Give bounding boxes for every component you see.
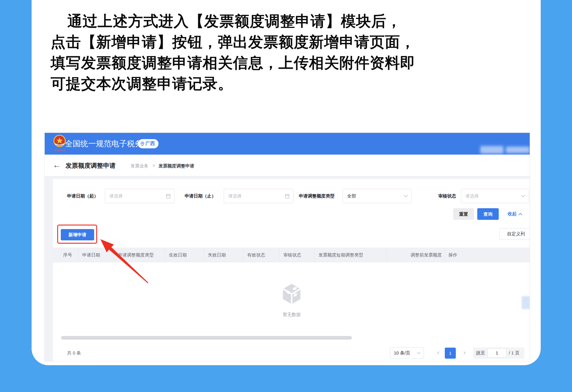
- column-header: 申请日期: [78, 248, 114, 262]
- instruction-paragraph: 通过上述方式进入【发票额度调整申请】模块后， 点击【新增申请】按钮，弹出发票额度…: [51, 11, 438, 94]
- breadcrumb-separator: >: [153, 155, 155, 176]
- column-header: 申请调整额度类型: [114, 248, 165, 262]
- breadcrumb-root[interactable]: 发票业务: [130, 155, 148, 176]
- column-header: 操作: [444, 248, 530, 262]
- date-start-input[interactable]: 请选择: [105, 189, 175, 203]
- main-panel: 申请日期（起） 请选择 申请日期（止） 请选择: [53, 179, 530, 361]
- prev-page-button[interactable]: ‹: [434, 347, 443, 359]
- quota-type-label: 申请调整额度类型: [299, 189, 335, 203]
- breadcrumb-current: 发票额度调整申请: [158, 155, 194, 176]
- reset-button[interactable]: 重置: [453, 208, 474, 220]
- page-title: 发票额度调整申请: [66, 155, 116, 176]
- page-jump-group: 跳至 1 / 1 页: [473, 347, 524, 359]
- column-header: 序号: [53, 248, 78, 262]
- app-header-bar: 中国税务 全国统一规范电子税务局 广西: [45, 133, 530, 155]
- date-end-input[interactable]: 请选择: [224, 189, 293, 203]
- quota-type-select[interactable]: 全部: [343, 189, 412, 203]
- customize-columns-button[interactable]: 自定义列: [499, 228, 530, 239]
- instruction-line: 填写发票额度调整申请相关信息，上传相关附件资料即: [51, 52, 438, 73]
- instruction-line: 点击【新增申请】按钮，弹出发票额度新增申请页面，: [51, 32, 438, 52]
- date-end-label: 申请日期（止）: [185, 189, 216, 203]
- blurred-floating-widget: [522, 296, 530, 309]
- back-button[interactable]: ←: [53, 155, 61, 176]
- national-emblem-icon: [53, 135, 66, 148]
- current-page-button[interactable]: 1: [445, 348, 456, 359]
- audit-status-select[interactable]: 请选择: [461, 189, 529, 203]
- app-title: 全国统一规范电子税务局: [65, 133, 150, 155]
- add-application-button[interactable]: 新增申请: [61, 229, 94, 240]
- date-start-label: 申请日期（起）: [67, 189, 98, 203]
- chevron-down-icon: [521, 195, 525, 197]
- audit-status-label: 审核状态: [438, 189, 456, 203]
- total-pages-label: / 1 页: [509, 350, 520, 356]
- query-button[interactable]: 查询: [477, 208, 499, 220]
- region-label: 广西: [145, 141, 155, 147]
- jump-page-input[interactable]: 1: [487, 348, 506, 358]
- page-size-select[interactable]: 10 条/页: [390, 347, 424, 359]
- date-end-placeholder: 请选择: [228, 193, 285, 199]
- calendar-icon: [285, 194, 290, 199]
- next-page-button[interactable]: ›: [460, 347, 469, 359]
- column-header: 发票额度短期调整类型: [315, 248, 387, 262]
- calendar-icon: [166, 194, 171, 199]
- date-start-placeholder: 请选择: [109, 193, 166, 199]
- column-header: 生效日期: [165, 248, 204, 262]
- jump-label: 跳至: [476, 350, 485, 356]
- instruction-line: 通过上述方式进入【发票额度调整申请】模块后，: [51, 11, 438, 32]
- page-size-value: 10 条/页: [394, 350, 417, 356]
- tutorial-page: 通过上述方式进入【发票额度调整申请】模块后， 点击【新增申请】按钮，弹出发票额度…: [0, 0, 572, 392]
- empty-state-text: 暂无数据: [53, 312, 530, 318]
- chevron-up-icon: [518, 213, 522, 215]
- blurred-user-name: [506, 147, 530, 153]
- empty-box-icon: [280, 283, 303, 305]
- collapse-toggle[interactable]: 收起: [508, 208, 522, 220]
- table-header-row: 序号 申请日期 申请调整额度类型 生效日期 失效日期 有效状态 审核状态 发票额…: [53, 248, 530, 262]
- chevron-down-icon: [404, 195, 408, 197]
- app-screenshot: 中国税务 全国统一规范电子税务局 广西 ← 发票额度调整申请 发票业务 > 发票…: [44, 133, 530, 361]
- column-header: 失效日期: [204, 248, 243, 262]
- page-title-bar: ← 发票额度调整申请 发票业务 > 发票额度调整申请: [45, 155, 530, 176]
- collapse-label: 收起: [508, 211, 517, 217]
- horizontal-scrollbar[interactable]: [61, 336, 352, 340]
- column-header: 调整前发票额度: [387, 248, 444, 262]
- column-header: 审核状态: [279, 248, 315, 262]
- quota-type-value: 全部: [347, 193, 404, 199]
- column-header: 有效状态: [243, 248, 279, 262]
- instruction-line: 可提交本次调整申请记录。: [51, 73, 438, 94]
- blurred-user-avatar: [480, 146, 503, 154]
- location-pin-icon: [140, 141, 144, 146]
- chevron-down-icon: [417, 352, 421, 354]
- empty-state: 暂无数据: [53, 283, 530, 318]
- total-count: 共 0 条: [67, 347, 81, 359]
- audit-status-placeholder: 请选择: [465, 193, 521, 199]
- region-selector[interactable]: 广西: [138, 139, 158, 148]
